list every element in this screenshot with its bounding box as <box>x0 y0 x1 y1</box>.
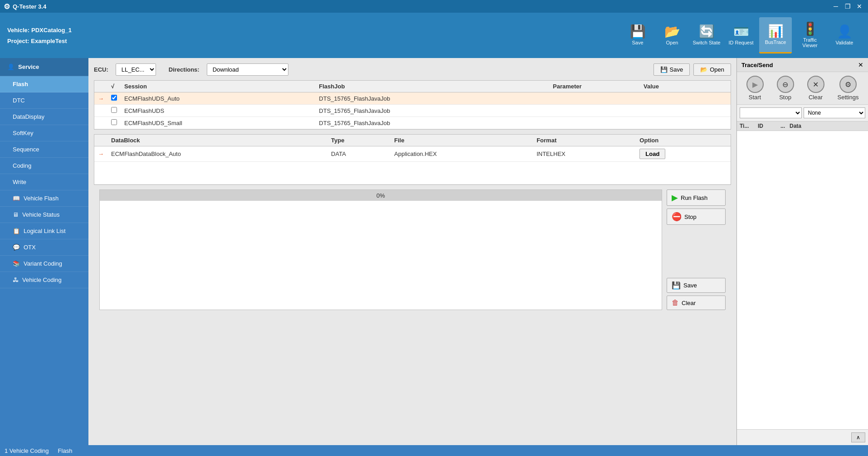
open-toolbar-button[interactable]: 📂 Open <box>656 17 688 53</box>
status-item-flash: Flash <box>58 447 73 454</box>
bustrace-icon: 📊 <box>768 25 784 38</box>
trace-col-id: ID <box>758 123 780 129</box>
db-col-datablock: DataBlock <box>107 135 327 146</box>
sidebar-item-datadisplay[interactable]: DataDisplay <box>0 109 88 125</box>
trace-start-button[interactable]: ▶ Start <box>746 76 764 101</box>
run-flash-button[interactable]: ▶ Run Flash <box>667 189 726 206</box>
trace-table-header: Ti... ID ... Data <box>737 121 868 131</box>
flash-bottom-buttons: 💾 Save 🗑 Clear <box>667 278 726 310</box>
run-flash-label: Run Flash <box>681 194 707 201</box>
trace-filter-select1[interactable] <box>740 107 802 118</box>
open-icon: 📂 <box>664 25 680 38</box>
table-row[interactable]: ECMFlashUDS DTS_15765_FlashJavaJob <box>94 105 731 117</box>
open-config-button[interactable]: 📂 Open <box>693 63 731 76</box>
row-session: ECMFlashUDS <box>121 105 315 117</box>
session-col-parameter: Parameter <box>549 81 640 92</box>
load-button[interactable]: Load <box>639 149 665 159</box>
output-area <box>100 201 662 310</box>
toolbar-buttons: 💾 Save 📂 Open 🔄 Switch State 🪪 ID Reques… <box>621 17 861 53</box>
trace-filter-select2[interactable]: None <box>804 107 866 118</box>
close-button[interactable]: ✕ <box>854 1 864 11</box>
sidebar-group-service: 👤 Service <box>0 58 88 76</box>
sidebar-item-coding[interactable]: Coding <box>0 158 88 174</box>
sidebar-item-vehicle-flash[interactable]: 📖 Vehicle Flash <box>0 190 88 207</box>
id-request-label: ID Request <box>728 40 753 45</box>
sidebar-item-variant-coding[interactable]: 📚 Variant Coding <box>0 256 88 272</box>
vehicle-name: PDXCatalog_1 <box>31 27 72 34</box>
sidebar-item-dtc[interactable]: DTC <box>0 92 88 109</box>
directions-label: Directions: <box>169 66 200 73</box>
row-checkbox[interactable] <box>107 92 121 105</box>
trace-stop-button[interactable]: ⊖ Stop <box>777 76 794 101</box>
row-session: ECMFlashUDS_Auto <box>121 92 315 105</box>
row-flashjob: DTS_15765_FlashJavaJob <box>315 117 549 129</box>
sidebar-coding-label: Coding <box>13 162 31 169</box>
trace-col-data: Data <box>790 123 865 129</box>
sidebar-datadisplay-label: DataDisplay <box>13 113 44 120</box>
trace-col-dots: ... <box>780 123 790 129</box>
ecu-actions: 💾 Save 📂 Open <box>653 63 731 76</box>
vehicle-label: Vehicle: <box>7 27 29 34</box>
sidebar-item-write[interactable]: Write <box>0 174 88 190</box>
open-config-label: Open <box>710 66 724 73</box>
trace-close-button[interactable]: ✕ <box>858 61 863 68</box>
minimize-button[interactable]: ─ <box>831 1 841 11</box>
table-row[interactable]: → ECMFlashDataBlock_Auto DATA Applicatio… <box>94 146 731 162</box>
stop-flash-icon: ⛔ <box>672 212 682 222</box>
switch-state-button[interactable]: 🔄 Switch State <box>690 17 723 53</box>
directions-select[interactable]: Download Upload <box>207 63 288 76</box>
bustrace-label: BusTrace <box>765 39 786 45</box>
row-checkbox[interactable] <box>107 117 121 129</box>
sidebar-vehicle-flash-icon: 📖 <box>13 195 20 202</box>
row-parameter <box>549 92 640 105</box>
trace-clear-button[interactable]: ✕ Clear <box>807 76 824 101</box>
traffic-viewer-icon: 🚦 <box>802 23 818 35</box>
switch-state-icon: 🔄 <box>699 25 715 38</box>
sidebar-item-sequence[interactable]: Sequence <box>0 141 88 158</box>
run-flash-icon: ▶ <box>672 193 678 203</box>
title-bar: ⚙ Q-Tester 3.4 ─ ❐ ✕ <box>0 0 868 13</box>
traffic-viewer-button[interactable]: 🚦 Traffic Viewer <box>794 17 826 53</box>
stop-flash-label: Stop <box>684 213 697 220</box>
trace-controls: ▶ Start ⊖ Stop ✕ Clear ⚙ Settings <box>737 72 868 105</box>
validate-icon: 👤 <box>837 25 853 38</box>
validate-button[interactable]: 👤 Validate <box>828 17 861 53</box>
datablock-table: DataBlock Type File Format Option → ECMF… <box>94 135 731 184</box>
main-layout: 👤 Service Flash DTC DataDisplay SoftKey … <box>0 58 868 445</box>
sidebar-write-label: Write <box>13 179 26 185</box>
validate-label: Validate <box>836 40 853 45</box>
restore-button[interactable]: ❐ <box>843 1 853 11</box>
bustrace-button[interactable]: 📊 BusTrace <box>759 17 792 53</box>
sidebar-item-logical-link-list[interactable]: 📋 Logical Link List <box>0 223 88 239</box>
save-log-button[interactable]: 💾 Save <box>667 278 726 293</box>
save-config-button[interactable]: 💾 Save <box>653 63 690 76</box>
ecu-select[interactable]: LL_EC... <box>116 63 156 76</box>
sidebar-item-softkey[interactable]: SoftKey <box>0 125 88 141</box>
row-checkbox[interactable] <box>107 105 121 117</box>
sidebar-item-vehicle-status[interactable]: 🖥 Vehicle Status <box>0 207 88 223</box>
progress-bar: 0% <box>100 190 662 201</box>
open-toolbar-label: Open <box>666 40 678 45</box>
table-row[interactable]: ECMFlashUDS_Small DTS_15765_FlashJavaJob <box>94 117 731 129</box>
sidebar-item-otx[interactable]: 💬 OTX <box>0 239 88 256</box>
stop-flash-button[interactable]: ⛔ Stop <box>667 209 726 225</box>
row-parameter <box>549 117 640 129</box>
sidebar-vehicle-coding-icon: 🖧 <box>13 277 19 283</box>
content-area: ECU: LL_EC... Directions: Download Uploa… <box>88 58 736 445</box>
row-parameter <box>549 105 640 117</box>
save-toolbar-button[interactable]: 💾 Save <box>621 17 654 53</box>
clear-log-button[interactable]: 🗑 Clear <box>667 296 726 310</box>
sidebar-item-flash[interactable]: Flash <box>0 76 88 92</box>
db-row-arrow: → <box>94 146 107 162</box>
table-row[interactable]: → ECMFlashUDS_Auto DTS_15765_FlashJavaJo… <box>94 92 731 105</box>
id-request-button[interactable]: 🪪 ID Request <box>725 17 757 53</box>
trace-settings-button[interactable]: ⚙ Settings <box>838 76 859 101</box>
title-bar-left: ⚙ Q-Tester 3.4 <box>4 2 46 11</box>
db-col-format: Format <box>533 135 636 146</box>
session-col-session: Session <box>121 81 315 92</box>
trace-bottom: ∧ <box>737 429 868 445</box>
trace-expand-button[interactable]: ∧ <box>851 432 865 442</box>
row-arrow: → <box>94 92 107 105</box>
sidebar-item-vehicle-coding[interactable]: 🖧 Vehicle Coding <box>0 272 88 288</box>
trace-col-ti: Ti... <box>740 123 758 129</box>
